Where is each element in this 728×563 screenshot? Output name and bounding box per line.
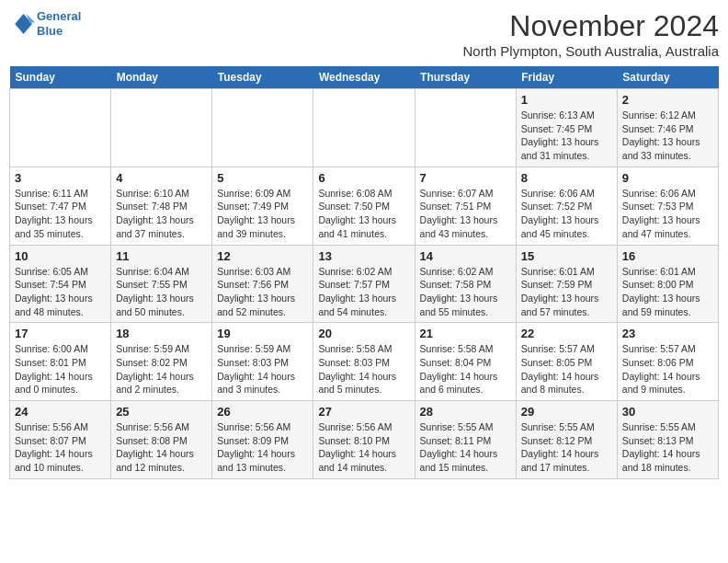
day-info: Sunrise: 6:10 AM Sunset: 7:48 PM Dayligh… [116,187,207,241]
calendar-cell: 11Sunrise: 6:04 AM Sunset: 7:55 PM Dayli… [111,245,212,323]
calendar-cell [415,89,516,167]
day-info: Sunrise: 5:57 AM Sunset: 8:06 PM Dayligh… [622,342,713,396]
day-info: Sunrise: 5:56 AM Sunset: 8:07 PM Dayligh… [15,420,106,475]
calendar-cell: 13Sunrise: 6:02 AM Sunset: 7:57 PM Dayli… [313,245,415,323]
calendar-cell: 9Sunrise: 6:06 AM Sunset: 7:53 PM Daylig… [617,167,718,245]
day-number: 27 [318,405,409,419]
day-info: Sunrise: 6:01 AM Sunset: 7:59 PM Dayligh… [521,265,612,319]
calendar-cell: 18Sunrise: 5:59 AM Sunset: 8:02 PM Dayli… [111,323,212,401]
day-number: 11 [116,249,207,263]
day-info: Sunrise: 6:05 AM Sunset: 7:54 PM Dayligh… [15,265,106,319]
calendar-week-row: 17Sunrise: 6:00 AM Sunset: 8:01 PM Dayli… [10,323,719,401]
day-number: 20 [318,327,409,340]
location-title: North Plympton, South Australia, Austral… [463,43,719,59]
day-number: 14 [420,249,511,263]
day-info: Sunrise: 5:59 AM Sunset: 8:02 PM Dayligh… [116,342,207,396]
calendar-cell [10,89,111,167]
day-info: Sunrise: 5:55 AM Sunset: 8:11 PM Dayligh… [420,420,511,475]
day-info: Sunrise: 5:58 AM Sunset: 8:04 PM Dayligh… [420,342,511,396]
day-info: Sunrise: 6:02 AM Sunset: 7:57 PM Dayligh… [318,265,409,319]
calendar-cell: 24Sunrise: 5:56 AM Sunset: 8:07 PM Dayli… [10,401,111,479]
day-number: 28 [420,405,511,419]
weekday-header: Friday [516,66,617,89]
day-info: Sunrise: 5:57 AM Sunset: 8:05 PM Dayligh… [521,342,612,396]
day-number: 8 [521,171,612,185]
calendar-cell: 21Sunrise: 5:58 AM Sunset: 8:04 PM Dayli… [415,323,516,401]
calendar-cell: 27Sunrise: 5:56 AM Sunset: 8:10 PM Dayli… [313,401,415,479]
calendar-cell [111,89,212,167]
logo-icon [9,11,35,37]
day-info: Sunrise: 6:12 AM Sunset: 7:46 PM Dayligh… [622,109,713,163]
day-number: 30 [622,405,713,419]
calendar-cell [313,89,415,167]
logo-text: General Blue [37,9,81,38]
day-number: 7 [420,171,511,185]
day-number: 26 [217,405,308,419]
logo: General Blue [9,9,81,38]
day-number: 1 [521,93,612,107]
day-number: 24 [15,405,106,419]
calendar-cell: 26Sunrise: 5:56 AM Sunset: 8:09 PM Dayli… [212,401,313,479]
logo-line2: Blue [37,24,63,38]
day-number: 10 [15,249,106,263]
calendar-cell: 20Sunrise: 5:58 AM Sunset: 8:03 PM Dayli… [313,323,415,401]
weekday-header-row: SundayMondayTuesdayWednesdayThursdayFrid… [10,66,719,89]
calendar-cell: 8Sunrise: 6:06 AM Sunset: 7:52 PM Daylig… [516,167,617,245]
calendar-week-row: 10Sunrise: 6:05 AM Sunset: 7:54 PM Dayli… [10,245,719,323]
day-info: Sunrise: 5:59 AM Sunset: 8:03 PM Dayligh… [217,342,308,396]
day-info: Sunrise: 6:11 AM Sunset: 7:47 PM Dayligh… [15,187,106,241]
calendar-cell: 22Sunrise: 5:57 AM Sunset: 8:05 PM Dayli… [516,323,617,401]
day-number: 17 [15,327,106,340]
calendar-cell: 12Sunrise: 6:03 AM Sunset: 7:56 PM Dayli… [212,245,313,323]
calendar-cell: 1Sunrise: 6:13 AM Sunset: 7:45 PM Daylig… [516,89,617,167]
calendar-cell: 10Sunrise: 6:05 AM Sunset: 7:54 PM Dayli… [10,245,111,323]
calendar-cell: 16Sunrise: 6:01 AM Sunset: 8:00 PM Dayli… [617,245,718,323]
calendar-cell: 28Sunrise: 5:55 AM Sunset: 8:11 PM Dayli… [415,401,516,479]
day-number: 3 [15,171,106,185]
day-number: 18 [116,327,207,340]
calendar-cell: 6Sunrise: 6:08 AM Sunset: 7:50 PM Daylig… [313,167,415,245]
day-number: 23 [622,327,713,340]
day-number: 29 [521,405,612,419]
day-info: Sunrise: 5:56 AM Sunset: 8:09 PM Dayligh… [217,420,308,475]
day-number: 15 [521,249,612,263]
month-title: November 2024 [463,9,719,43]
day-info: Sunrise: 5:56 AM Sunset: 8:08 PM Dayligh… [116,420,207,475]
calendar-cell: 4Sunrise: 6:10 AM Sunset: 7:48 PM Daylig… [111,167,212,245]
day-info: Sunrise: 6:08 AM Sunset: 7:50 PM Dayligh… [318,187,409,241]
day-info: Sunrise: 6:07 AM Sunset: 7:51 PM Dayligh… [420,187,511,241]
day-number: 5 [217,171,308,185]
day-number: 9 [622,171,713,185]
day-info: Sunrise: 6:06 AM Sunset: 7:52 PM Dayligh… [521,187,612,241]
day-number: 12 [217,249,308,263]
weekday-header: Sunday [10,66,111,89]
day-info: Sunrise: 6:03 AM Sunset: 7:56 PM Dayligh… [217,265,308,319]
calendar-cell: 29Sunrise: 5:55 AM Sunset: 8:12 PM Dayli… [516,401,617,479]
day-info: Sunrise: 5:55 AM Sunset: 8:13 PM Dayligh… [622,420,713,475]
day-info: Sunrise: 6:01 AM Sunset: 8:00 PM Dayligh… [622,265,713,319]
day-number: 4 [116,171,207,185]
calendar-cell: 2Sunrise: 6:12 AM Sunset: 7:46 PM Daylig… [617,89,718,167]
calendar-cell: 14Sunrise: 6:02 AM Sunset: 7:58 PM Dayli… [415,245,516,323]
day-number: 21 [420,327,511,340]
day-number: 16 [622,249,713,263]
calendar-cell: 19Sunrise: 5:59 AM Sunset: 8:03 PM Dayli… [212,323,313,401]
calendar-cell: 30Sunrise: 5:55 AM Sunset: 8:13 PM Dayli… [617,401,718,479]
calendar-cell [212,89,313,167]
day-number: 22 [521,327,612,340]
calendar-cell: 15Sunrise: 6:01 AM Sunset: 7:59 PM Dayli… [516,245,617,323]
title-block: November 2024 North Plympton, South Aust… [463,9,719,59]
weekday-header: Tuesday [212,66,313,89]
calendar-cell: 5Sunrise: 6:09 AM Sunset: 7:49 PM Daylig… [212,167,313,245]
day-info: Sunrise: 6:00 AM Sunset: 8:01 PM Dayligh… [15,342,106,396]
day-info: Sunrise: 5:58 AM Sunset: 8:03 PM Dayligh… [318,342,409,396]
day-info: Sunrise: 6:02 AM Sunset: 7:58 PM Dayligh… [420,265,511,319]
calendar-week-row: 3Sunrise: 6:11 AM Sunset: 7:47 PM Daylig… [10,167,719,245]
weekday-header: Thursday [415,66,516,89]
calendar-cell: 23Sunrise: 5:57 AM Sunset: 8:06 PM Dayli… [617,323,718,401]
day-number: 2 [622,93,713,107]
day-info: Sunrise: 5:56 AM Sunset: 8:10 PM Dayligh… [318,420,409,475]
weekday-header: Saturday [617,66,718,89]
svg-marker-0 [15,14,32,34]
calendar-cell: 3Sunrise: 6:11 AM Sunset: 7:47 PM Daylig… [10,167,111,245]
